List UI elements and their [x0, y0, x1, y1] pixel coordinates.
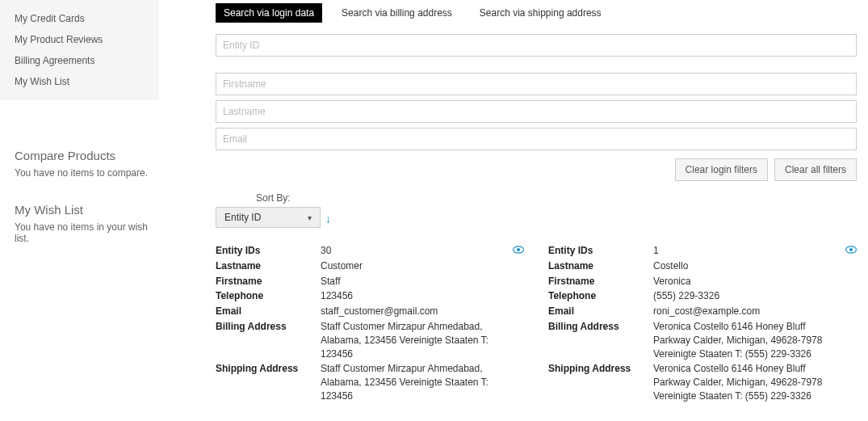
sidebar-item-credit-cards[interactable]: My Credit Cards: [0, 8, 159, 29]
label-firstname: Firstname: [548, 275, 653, 288]
tab-search-login[interactable]: Search via login data: [216, 3, 322, 23]
label-telephone: Telephone: [548, 289, 653, 303]
view-customer-icon[interactable]: [513, 246, 524, 254]
label-lastname: Lastname: [216, 259, 321, 273]
value-entity-id: 30: [321, 244, 511, 258]
value-firstname: Veronica: [653, 275, 844, 288]
clear-all-filters-button[interactable]: Clear all filters: [774, 158, 857, 181]
value-telephone: (555) 229-3326: [653, 289, 844, 303]
chevron-down-icon: ▾: [308, 213, 312, 222]
label-telephone: Telephone: [216, 289, 321, 303]
value-lastname: Customer: [321, 259, 511, 273]
value-telephone: 123456: [321, 289, 511, 303]
filter-lastname-input[interactable]: [216, 100, 857, 123]
compare-text: You have no items to compare.: [15, 167, 148, 179]
sort-direction-icon[interactable]: ↓: [325, 213, 331, 228]
wishlist-title: My Wish List: [15, 203, 148, 217]
tab-search-shipping[interactable]: Search via shipping address: [472, 3, 610, 23]
filter-firstname-input[interactable]: [216, 73, 857, 95]
label-shipping-address: Shipping Address: [548, 362, 653, 402]
value-lastname: Costello: [653, 259, 844, 273]
value-shipping-address: Staff Customer Mirzapur Ahmedabad, Alaba…: [321, 362, 511, 402]
compare-title: Compare Products: [15, 149, 148, 162]
value-firstname: Staff: [321, 275, 511, 288]
value-billing-address: Veronica Costello 6146 Honey Bluff Parkw…: [653, 320, 844, 360]
filter-entity-id-input[interactable]: [216, 34, 857, 57]
sidebar-item-product-reviews[interactable]: My Product Reviews: [0, 29, 159, 50]
sidebar-item-wish-list[interactable]: My Wish List: [0, 71, 159, 92]
label-entity-ids: Entity IDs: [548, 244, 653, 258]
value-email: staff_customer@gmail.com: [321, 305, 511, 318]
label-billing-address: Billing Address: [216, 320, 321, 360]
svg-point-3: [849, 248, 853, 251]
value-entity-id: 1: [653, 244, 844, 258]
label-shipping-address: Shipping Address: [216, 362, 321, 402]
sort-by-selected: Entity ID: [224, 212, 261, 223]
label-billing-address: Billing Address: [548, 320, 653, 360]
customer-card: Entity IDs30 LastnameCustomer FirstnameS…: [216, 244, 524, 405]
label-email: Email: [548, 305, 653, 318]
label-firstname: Firstname: [216, 275, 321, 288]
label-lastname: Lastname: [548, 259, 653, 273]
customer-card: Entity IDs1 LastnameCostello FirstnameVe…: [548, 244, 857, 405]
view-customer-icon[interactable]: [845, 246, 857, 254]
sort-by-label: Sort By:: [256, 192, 321, 204]
label-entity-ids: Entity IDs: [216, 244, 321, 258]
value-email: roni_cost@example.com: [653, 305, 844, 318]
clear-login-filters-button[interactable]: Clear login filters: [675, 158, 768, 181]
sort-by-select[interactable]: Entity ID ▾: [216, 207, 321, 228]
filter-email-input[interactable]: [216, 128, 857, 150]
value-shipping-address: Veronica Costello 6146 Honey Bluff Parkw…: [653, 362, 844, 402]
sidebar-item-billing-agreements[interactable]: Billing Agreements: [0, 50, 159, 71]
value-billing-address: Staff Customer Mirzapur Ahmedabad, Alaba…: [321, 320, 511, 360]
svg-point-1: [517, 248, 520, 251]
tab-search-billing[interactable]: Search via billing address: [333, 3, 460, 23]
wishlist-text: You have no items in your wish list.: [15, 221, 148, 244]
label-email: Email: [216, 305, 321, 318]
